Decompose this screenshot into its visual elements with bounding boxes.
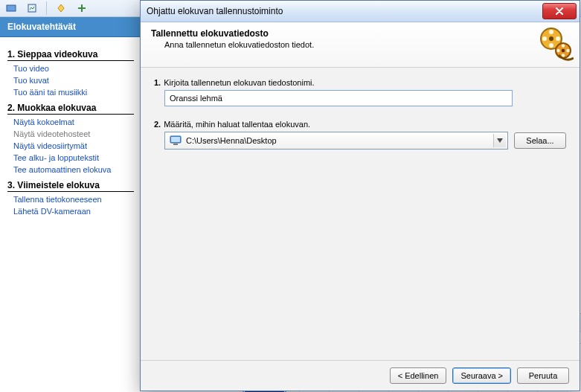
task-link-transitions[interactable]: Näytä videosiirtymät	[13, 141, 134, 150]
task-link-send-dv[interactable]: Lähetä DV-kameraan	[13, 207, 134, 216]
monitor-icon	[170, 135, 182, 146]
svg-point-26	[556, 36, 560, 41]
save-path-value: C:\Users\Henna\Desktop	[186, 136, 277, 145]
svg-marker-38	[497, 138, 503, 143]
tasks-section-3-title: 3. Viimeistele elokuva	[7, 180, 134, 192]
next-button[interactable]: Seuraava >	[452, 367, 511, 384]
svg-point-31	[562, 44, 565, 47]
filename-field-row: 1.Kirjoita tallennetun elokuvan tiedosto…	[154, 78, 566, 106]
tasks-section-2-title: 2. Muokkaa elokuvaa	[7, 103, 134, 115]
close-button[interactable]	[542, 3, 577, 19]
svg-point-30	[562, 49, 565, 53]
svg-point-25	[549, 30, 553, 34]
wizard-footer: < Edellinen Seuraava > Peruuta	[141, 360, 580, 391]
task-link-titles[interactable]: Tee alku- ja lopputekstit	[13, 153, 134, 162]
toolbar-separator	[46, 1, 47, 15]
svg-point-34	[556, 49, 559, 52]
tasks-header: Elokuvatehtävät	[0, 17, 141, 37]
chevron-down-icon	[493, 134, 506, 147]
task-link-collections[interactable]: Näytä kokoelmat	[13, 118, 134, 126]
save-location-row: 2.Määritä, mihin haluat tallentaa elokuv…	[154, 120, 566, 150]
svg-point-24	[549, 36, 553, 41]
task-link-import-video[interactable]: Tuo video	[13, 64, 134, 73]
svg-point-32	[566, 49, 569, 52]
wizard-titlebar[interactable]: Ohjattu elokuvan tallennustoiminto	[141, 1, 580, 22]
toolbar-icon-1[interactable]	[3, 1, 19, 16]
task-link-import-audio[interactable]: Tuo ääni tai musiikki	[13, 88, 134, 97]
filename-label: 1.Kirjoita tallennetun elokuvan tiedosto…	[154, 78, 566, 87]
browse-button[interactable]: Selaa...	[514, 132, 566, 149]
toolbar-icon-2[interactable]	[24, 1, 40, 16]
task-link-import-images[interactable]: Tuo kuvat	[13, 76, 134, 85]
task-link-save-computer[interactable]: Tallenna tietokoneeseen	[13, 195, 134, 204]
wizard-title: Ohjattu elokuvan tallennustoiminto	[147, 6, 283, 16]
filename-input[interactable]	[164, 90, 513, 106]
task-link-automovie[interactable]: Tee automaattinen elokuva	[13, 165, 134, 174]
svg-point-27	[549, 43, 553, 48]
wizard-header: Tallennettu elokuvatiedosto Anna tallenn…	[141, 22, 580, 68]
svg-rect-37	[173, 144, 178, 145]
save-movie-wizard: Ohjattu elokuvan tallennustoiminto Talle…	[140, 0, 580, 391]
toolbar-icon-4[interactable]	[74, 1, 90, 16]
task-link-effects: Näytä videotehosteet	[13, 129, 134, 138]
save-path-dropdown[interactable]: C:\Users\Henna\Desktop	[164, 132, 508, 150]
wizard-body: 1.Kirjoita tallennetun elokuvan tiedosto…	[141, 68, 580, 360]
film-reel-icon	[538, 25, 574, 61]
back-button[interactable]: < Edellinen	[390, 367, 447, 384]
save-location-label: 2.Määritä, mihin haluat tallentaa elokuv…	[154, 120, 566, 129]
cancel-button[interactable]: Peruuta	[517, 367, 569, 384]
svg-rect-0	[7, 5, 16, 11]
svg-point-28	[542, 36, 547, 41]
tasks-pane: Elokuvatehtävät 1. Sieppaa videokuva Tuo…	[0, 17, 141, 392]
wizard-header-subtitle: Anna tallennetun elokuvatiedoston tiedot…	[164, 40, 569, 49]
svg-rect-36	[171, 137, 180, 142]
toolbar-icon-3[interactable]	[53, 1, 69, 16]
tasks-section-1-title: 1. Sieppaa videokuva	[7, 49, 134, 61]
wizard-header-title: Tallennettu elokuvatiedosto	[151, 28, 569, 39]
